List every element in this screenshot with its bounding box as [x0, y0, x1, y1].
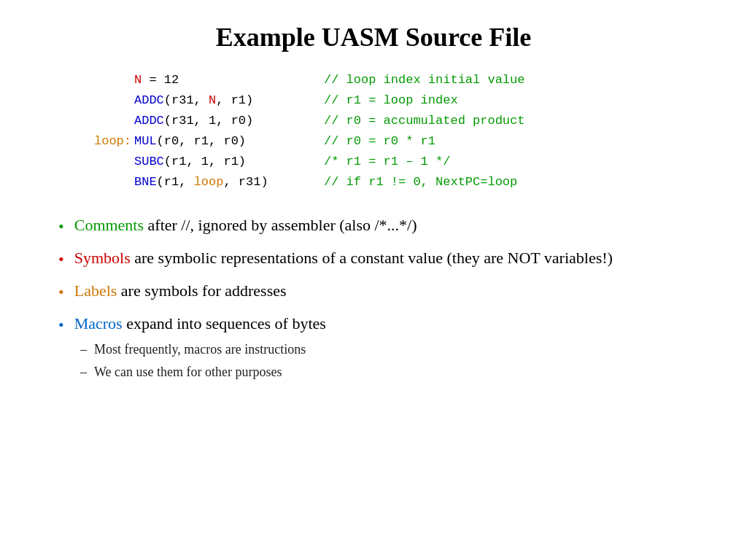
code-text-6: BNE(r1, loop, r31) — [134, 172, 324, 192]
code-comment-3: // r0 = accumulated product — [324, 111, 525, 131]
bullet-macros-main: • Macros expand into sequences of bytes — [58, 311, 326, 337]
code-args-6a: (r1, — [157, 175, 194, 189]
code-paren-2b: , r1) — [216, 93, 253, 107]
bullet-text-symbols: Symbols are symbolic representations of … — [74, 246, 613, 270]
keyword-labels: Labels — [74, 281, 117, 300]
code-macro-addc2: ADDC — [134, 114, 164, 128]
code-line-4: loop: MUL(r0, r1, r0) // r0 = r0 * r1 — [88, 131, 703, 152]
code-text-5: SUBC(r1, 1, r1) — [134, 152, 324, 172]
bullet-symbols: • Symbols are symbolic representations o… — [58, 246, 703, 271]
bullet-macros: • Macros expand into sequences of bytes … — [58, 311, 703, 385]
code-args-4: (r0, r1, r0) — [157, 134, 246, 148]
bullet-text-comments: Comments after //, ignored by assembler … — [74, 213, 417, 237]
sub-dash-2: – — [80, 362, 87, 382]
bullet-labels: • Labels are symbols for addresses — [58, 279, 703, 304]
code-comment-1: // loop index initial value — [324, 70, 525, 90]
code-comment-4: // r0 = r0 * r1 — [324, 131, 436, 152]
code-comment-2: // r1 = loop index — [324, 90, 458, 111]
code-macro-subc: SUBC — [134, 155, 164, 168]
code-macro-bne: BNE — [134, 175, 157, 189]
code-text-2: ADDC(r31, N, r1) — [134, 90, 324, 111]
code-line-2: ADDC(r31, N, r1) // r1 = loop index — [88, 90, 703, 111]
code-assign: = 12 — [142, 73, 179, 87]
code-macro-mul: MUL — [134, 134, 157, 148]
sub-dash-1: – — [80, 340, 87, 359]
code-paren-2a: (r31, — [164, 93, 209, 107]
bullet-list: • Comments after //, ignored by assemble… — [58, 213, 703, 392]
code-macro-addc1: ADDC — [134, 93, 164, 107]
code-block: N = 12 // loop index initial value ADDC(… — [88, 70, 703, 192]
code-label-loop: loop: — [88, 131, 131, 152]
sub-bullet-list: – Most frequently, macros are instructio… — [80, 340, 306, 385]
sub-bullet-1: – Most frequently, macros are instructio… — [80, 340, 306, 359]
bullet-dot-macros: • — [58, 313, 64, 337]
code-text-3: ADDC(r31, 1, r0) — [134, 111, 324, 131]
bullet-text-macros: Macros expand into sequences of bytes — [74, 311, 326, 335]
code-line-3: ADDC(r31, 1, r0) // r0 = accumulated pro… — [88, 111, 703, 131]
keyword-comments: Comments — [74, 216, 144, 234]
code-args-3: (r31, 1, r0) — [164, 114, 253, 128]
code-line-6: BNE(r1, loop, r31) // if r1 != 0, NextPC… — [88, 172, 703, 192]
code-comment-5: /* r1 = r1 – 1 */ — [324, 152, 450, 172]
keyword-symbols: Symbols — [74, 249, 131, 267]
sub-bullet-text-2: We can use them for other purposes — [94, 362, 282, 382]
code-line-5: SUBC(r1, 1, r1) /* r1 = r1 – 1 */ — [88, 152, 703, 172]
bullet-text-labels: Labels are symbols for addresses — [74, 279, 287, 303]
code-comment-6: // if r1 != 0, NextPC=loop — [324, 172, 517, 192]
bullet-dot-labels: • — [58, 280, 64, 304]
page-title: Example UASM Source File — [44, 22, 703, 52]
code-symbol-N2: N — [209, 93, 216, 107]
code-args-6b: , r31) — [223, 175, 268, 189]
code-text-1: N = 12 — [134, 70, 324, 90]
code-label-ref-loop: loop — [194, 175, 224, 189]
bullet-dot-comments: • — [58, 214, 64, 238]
code-symbol-N: N — [134, 73, 142, 87]
code-line-1: N = 12 // loop index initial value — [88, 70, 703, 90]
sub-bullet-text-1: Most frequently, macros are instructions — [94, 340, 306, 359]
bullet-dot-symbols: • — [58, 247, 64, 271]
code-text-4: MUL(r0, r1, r0) — [134, 131, 324, 152]
sub-bullet-2: – We can use them for other purposes — [80, 362, 306, 382]
bullet-comments: • Comments after //, ignored by assemble… — [58, 213, 703, 238]
code-args-5: (r1, 1, r1) — [164, 155, 246, 168]
keyword-macros: Macros — [74, 314, 123, 332]
page: Example UASM Source File N = 12 // loop … — [0, 0, 747, 560]
